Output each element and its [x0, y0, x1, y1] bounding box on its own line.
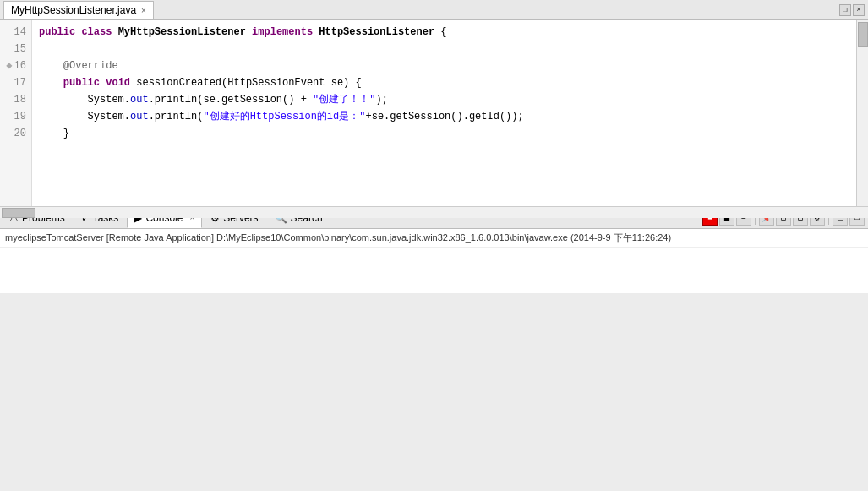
close-icon[interactable]: × — [141, 6, 146, 15]
ide-window-controls: ❐ × — [839, 4, 868, 16]
editor-tab-bar: MyHttpSessionListener.java × ❐ × — [0, 0, 868, 20]
code-line-17: public void sessionCreated(HttpSessionEv… — [39, 74, 849, 91]
horizontal-scrollbar[interactable] — [0, 206, 868, 218]
scrollbar-thumb[interactable] — [858, 22, 868, 47]
line-numbers: 14 15 16 17 18 19 20 — [0, 20, 32, 206]
line-18: 18 — [0, 91, 26, 108]
vertical-scrollbar[interactable] — [856, 20, 868, 206]
editor-tab[interactable]: MyHttpSessionListener.java × — [3, 1, 154, 19]
code-line-15 — [39, 41, 849, 57]
line-20: 20 — [0, 125, 26, 142]
ide-editor: MyHttpSessionListener.java × ❐ × 14 15 1… — [0, 0, 868, 206]
code-line-16: @Override — [39, 57, 849, 74]
line-15: 15 — [0, 41, 26, 57]
ide-background: 新建选项卡 - Windows Internet Explorer ─ □ ✕ … — [0, 293, 868, 491]
code-line-20: } — [39, 125, 849, 142]
line-14: 14 — [0, 24, 26, 41]
line-17: 17 — [0, 74, 26, 91]
console-path: myeclipseTomcatServer [Remote Java Appli… — [0, 229, 868, 248]
restore-button[interactable]: ❐ — [839, 4, 851, 16]
close-button[interactable]: × — [853, 4, 865, 16]
code-line-14: public class MyHttpSessionListener imple… — [39, 24, 849, 41]
code-line-19: System.out.println("创建好的HttpSession的id是：… — [39, 108, 849, 125]
bottom-panel: ⚠ Problems ✓ Tasks ▶ Console × ⚙ Servers… — [0, 206, 868, 293]
tab-label: MyHttpSessionListener.java — [11, 4, 136, 16]
hscroll-thumb[interactable] — [2, 208, 35, 218]
line-16: 16 — [0, 57, 26, 74]
line-19: 19 — [0, 108, 26, 125]
code-editor[interactable]: public class MyHttpSessionListener imple… — [32, 20, 856, 206]
code-line-18: System.out.println(se.getSession() + "创建… — [39, 91, 849, 108]
